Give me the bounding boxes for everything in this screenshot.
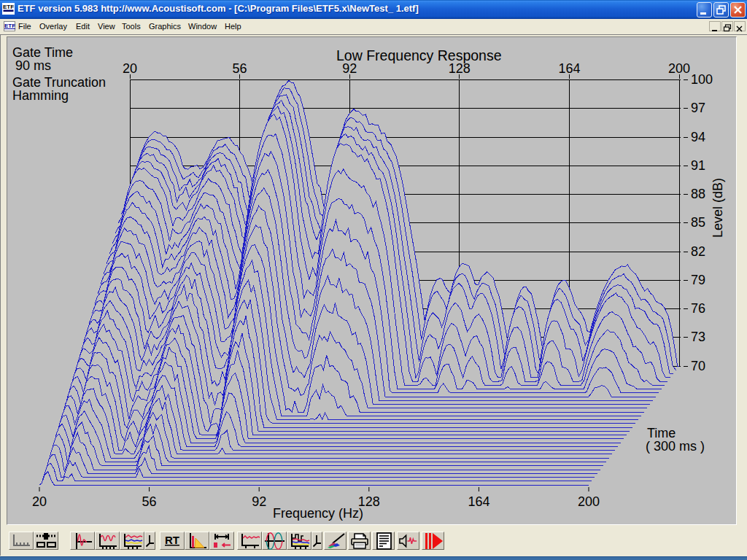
svg-text:90 ms: 90 ms	[15, 58, 51, 73]
svg-text:Frequency (Hz): Frequency (Hz)	[273, 506, 363, 521]
svg-text:82: 82	[691, 244, 705, 259]
svg-text:92: 92	[342, 61, 357, 76]
svg-text:Time: Time	[647, 426, 676, 440]
svg-text:Gate Truncation: Gate Truncation	[12, 75, 106, 90]
svg-text:( 300 ms ): ( 300 ms )	[646, 439, 705, 454]
svg-text:Hamming: Hamming	[12, 88, 69, 103]
svg-text:Gate Time: Gate Time	[12, 45, 73, 60]
svg-text:88: 88	[691, 187, 705, 201]
svg-text:Low Frequency Response: Low Frequency Response	[336, 47, 502, 63]
svg-text:20: 20	[32, 494, 47, 509]
svg-text:94: 94	[691, 130, 705, 144]
svg-text:70: 70	[691, 359, 705, 373]
svg-text:76: 76	[691, 301, 705, 316]
svg-text:56: 56	[142, 494, 157, 509]
svg-text:RT: RT	[165, 534, 179, 546]
svg-text:200: 200	[578, 494, 600, 509]
svg-text:128: 128	[449, 61, 471, 76]
svg-text:92: 92	[252, 494, 266, 509]
svg-text:164: 164	[558, 61, 580, 76]
svg-text:200: 200	[668, 61, 690, 76]
svg-text:20: 20	[123, 61, 137, 76]
svg-text:56: 56	[233, 61, 247, 76]
svg-text:100: 100	[691, 72, 713, 87]
svg-text:Level (dB): Level (dB)	[711, 178, 725, 238]
svg-text:164: 164	[468, 494, 489, 509]
svg-text:97: 97	[691, 101, 705, 115]
svg-text:79: 79	[691, 273, 705, 287]
svg-text:73: 73	[691, 330, 705, 344]
svg-text:91: 91	[691, 158, 705, 173]
svg-text:85: 85	[691, 215, 705, 230]
